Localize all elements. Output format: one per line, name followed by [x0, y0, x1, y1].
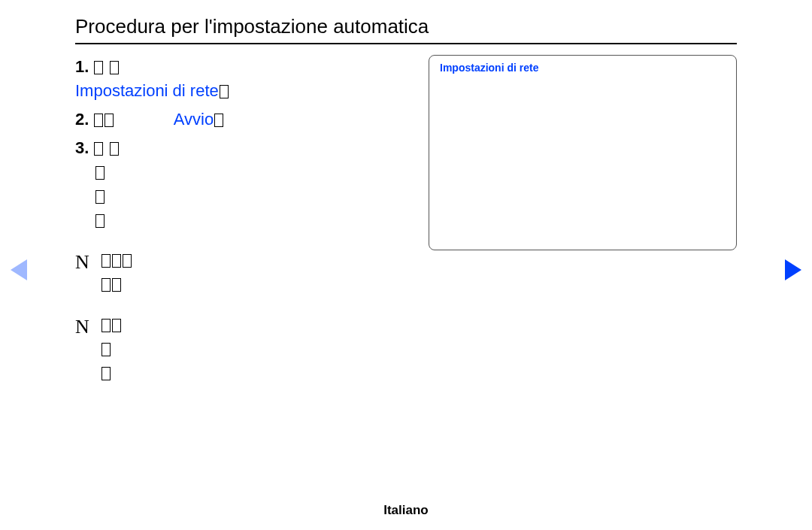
- arrow-left-icon: [11, 259, 27, 280]
- step-1-line2-glyph: [219, 79, 229, 103]
- note-1: N: [75, 248, 406, 296]
- note-2: N: [75, 313, 406, 385]
- settings-panel: Impostazioni di rete: [429, 55, 737, 250]
- step-1: 1. Impostazioni di rete: [75, 55, 406, 103]
- next-page-button[interactable]: [785, 259, 801, 280]
- panel-title: Impostazioni di rete: [440, 62, 726, 74]
- step-3-number: 3.: [75, 138, 89, 157]
- left-column: 1. Impostazioni di rete 2. Avvio 3.: [75, 55, 406, 385]
- note-2-mark: N: [75, 313, 89, 341]
- arrow-right-icon: [785, 259, 801, 280]
- step-3-line2: [75, 160, 406, 184]
- note-1-mark: N: [75, 248, 89, 277]
- note-1-line2: [101, 272, 406, 296]
- page-title: Procedura per l'impostazione automatica: [75, 15, 737, 44]
- right-column: Impostazioni di rete: [429, 55, 737, 385]
- step-2-number: 2.: [75, 110, 89, 129]
- step-2: 2. Avvio: [75, 108, 406, 132]
- step-2-link: Avvio: [174, 110, 214, 129]
- note-2-line3: [101, 361, 406, 385]
- content-columns: 1. Impostazioni di rete 2. Avvio 3.: [75, 55, 737, 385]
- note-2-line1: [101, 313, 406, 337]
- footer-language: Italiano: [0, 503, 812, 518]
- step-2-glyphs-before: [93, 108, 114, 132]
- step-3-line1: [93, 136, 119, 160]
- note-1-line1: [101, 248, 406, 272]
- step-2-glyphs-after: [214, 108, 224, 132]
- step-3-line4: [75, 207, 406, 232]
- step-3-line3: [75, 183, 406, 207]
- step-1-link: Impostazioni di rete: [75, 81, 219, 100]
- step-3: 3.: [75, 136, 406, 232]
- step-1-number: 1.: [75, 57, 89, 76]
- note-2-line2: [101, 337, 406, 361]
- prev-page-button[interactable]: [11, 259, 27, 280]
- step-1-glyphs: [93, 55, 119, 79]
